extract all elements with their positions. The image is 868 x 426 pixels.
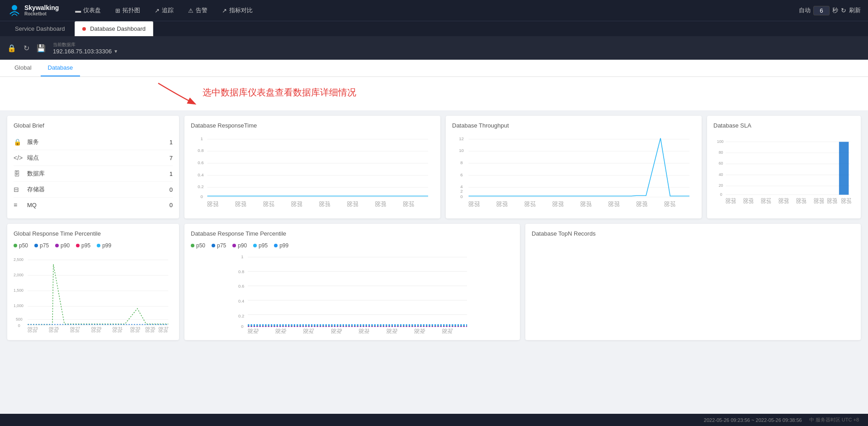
refresh-db-icon[interactable]: ↻: [24, 44, 29, 52]
db-response-percentile-svg: 1 0.8 0.6 0.4 0.2 0: [191, 252, 514, 334]
lock-icon[interactable]: 🔒: [7, 44, 16, 52]
endpoint-icon: </>: [14, 154, 23, 161]
svg-text:05-26: 05-26: [130, 329, 139, 333]
svg-text:0: 0: [18, 323, 20, 328]
svg-text:1: 1: [241, 254, 243, 259]
svg-text:10: 10: [459, 148, 464, 153]
svg-text:05-26: 05-26: [468, 203, 480, 207]
svg-text:2,000: 2,000: [14, 273, 24, 277]
legend-dot-p50: [14, 244, 17, 247]
svg-text:80: 80: [719, 150, 723, 155]
svg-text:05-26: 05-26: [303, 331, 313, 334]
db-response-percentile-title: Database Response Time Percentile: [191, 230, 514, 237]
svg-text:6: 6: [460, 172, 462, 177]
legend-p50: p50: [14, 242, 28, 249]
db-legend-p99: p99: [274, 242, 288, 249]
global-brief-title: Global Brief: [14, 122, 173, 129]
svg-text:05-26: 05-26: [580, 203, 592, 207]
brief-database: 🗄 数据库 1: [14, 166, 173, 182]
db-sla-svg: 100 80 60 40 20 0 09:23: [713, 134, 854, 207]
refresh-button[interactable]: 刷新: [849, 6, 861, 14]
legend-dot-p90: [55, 244, 59, 247]
svg-text:60: 60: [719, 161, 723, 166]
nav-trace[interactable]: ↗ 追踪: [149, 4, 179, 17]
svg-text:500: 500: [16, 317, 23, 322]
svg-text:1,500: 1,500: [14, 288, 24, 293]
annotation-text: 选中数据库仪表盘查看数据库详细情况: [203, 86, 356, 99]
global-percentile-legend: p50 p75 p90 p95 p99: [14, 242, 173, 249]
nav-metrics[interactable]: ↗ 指标对比: [217, 4, 258, 17]
svg-text:12: 12: [459, 136, 464, 141]
tab-service-dashboard[interactable]: Service Dashboard: [7, 21, 73, 36]
db-sla-card: Database SLA 100 80 60 40 20 0: [707, 116, 861, 218]
svg-text:0.6: 0.6: [198, 160, 203, 165]
global-response-percentile-chart: 2,500 2,000 1,500 1,000 500 0: [14, 252, 173, 334]
nav-left: Skywalking Rocketbot ▬ 仪表盘 ⊞ 拓扑图 ↗ 追踪 ⚠ …: [7, 3, 258, 18]
mq-icon: ≡: [14, 201, 23, 208]
svg-rect-70: [839, 142, 849, 195]
svg-text:1: 1: [201, 136, 203, 141]
svg-text:05-26: 05-26: [359, 331, 369, 334]
seconds-label: 秒: [832, 6, 838, 14]
save-icon[interactable]: 💾: [37, 44, 46, 52]
auto-refresh-input[interactable]: [813, 6, 830, 15]
db-legend-p75: p75: [212, 242, 226, 249]
svg-text:05-26: 05-26: [726, 200, 736, 204]
auto-label: 自动: [799, 6, 811, 14]
svg-text:05-26: 05-26: [665, 203, 676, 207]
top-navigation: Skywalking Rocketbot ▬ 仪表盘 ⊞ 拓扑图 ↗ 追踪 ⚠ …: [0, 0, 868, 21]
nav-right: 自动 秒 ↻ 刷新: [799, 6, 861, 15]
svg-text:05-26: 05-26: [235, 203, 246, 207]
db-response-time-title: Database ResponseTime: [191, 122, 434, 129]
sub-tab-global[interactable]: Global: [7, 60, 39, 76]
current-db-label: 当前数据库: [53, 42, 118, 48]
database-icon: 🗄: [14, 170, 23, 177]
db-response-time-chart: 1 0.8 0.6 0.4 0.2 0 09:23: [191, 134, 434, 207]
svg-text:05-26: 05-26: [496, 203, 508, 207]
row-2: Global Response Time Percentile p50 p75 …: [7, 224, 861, 340]
svg-text:05-26: 05-26: [761, 200, 771, 204]
legend-p75: p75: [34, 242, 49, 249]
svg-text:0.4: 0.4: [198, 172, 204, 177]
svg-text:2,500: 2,500: [14, 257, 24, 262]
db-throughput-chart: 12 10 8 6 4 2 0 09:2: [452, 134, 695, 207]
svg-point-0: [12, 5, 17, 10]
db-response-percentile-card: Database Response Time Percentile p50 p7…: [184, 224, 520, 340]
tab-database-dashboard[interactable]: Database Dashboard: [75, 21, 153, 36]
db-topn-title: Database TopN Records: [532, 230, 854, 237]
legend-dot-p95: [76, 244, 80, 247]
svg-text:2: 2: [460, 189, 462, 194]
service-icon: 🔒: [14, 138, 23, 146]
tab-bar: Service Dashboard Database Dashboard: [0, 21, 868, 36]
nav-topology[interactable]: ⊞ 拓扑图: [110, 4, 146, 17]
svg-text:05-26: 05-26: [778, 200, 789, 204]
svg-text:0.2: 0.2: [198, 184, 203, 189]
toolbar: 🔒 ↻ 💾 当前数据库 192.168.75.103:33306 ▼: [0, 36, 868, 60]
brief-mq: ≡ MQ 0: [14, 198, 173, 212]
svg-text:0: 0: [460, 194, 462, 199]
refresh-icon: ↻: [841, 7, 846, 14]
db-legend-dot-p95: [253, 244, 257, 247]
db-sla-chart: 100 80 60 40 20 0 09:23: [713, 134, 854, 207]
storage-icon: ⊟: [14, 186, 23, 193]
global-response-percentile-card: Global Response Time Percentile p50 p75 …: [7, 224, 179, 340]
db-response-percentile-chart: 1 0.8 0.6 0.4 0.2 0: [191, 252, 514, 334]
nav-alarm[interactable]: ⚠ 告警: [183, 4, 213, 17]
svg-text:40: 40: [719, 172, 723, 177]
sub-tab-database[interactable]: Database: [41, 60, 80, 76]
svg-text:0.6: 0.6: [238, 284, 244, 289]
db-selector[interactable]: 当前数据库 192.168.75.103:33306 ▼: [53, 42, 118, 55]
svg-text:05-26: 05-26: [375, 203, 387, 207]
sub-tabs: Global Database: [0, 60, 868, 77]
svg-text:05-26: 05-26: [145, 329, 154, 333]
annotation-row: 选中数据库仪表盘查看数据库详细情况: [0, 77, 868, 110]
svg-text:1,000: 1,000: [14, 303, 24, 308]
svg-text:0.4: 0.4: [238, 298, 245, 303]
annotation-arrow-svg: [154, 79, 199, 106]
svg-text:05-26: 05-26: [49, 329, 58, 333]
svg-text:05-26: 05-26: [387, 331, 396, 334]
svg-text:0.2: 0.2: [238, 313, 244, 318]
svg-text:05-26: 05-26: [637, 203, 648, 207]
legend-p95: p95: [76, 242, 90, 249]
nav-dashboard[interactable]: ▬ 仪表盘: [70, 4, 106, 17]
